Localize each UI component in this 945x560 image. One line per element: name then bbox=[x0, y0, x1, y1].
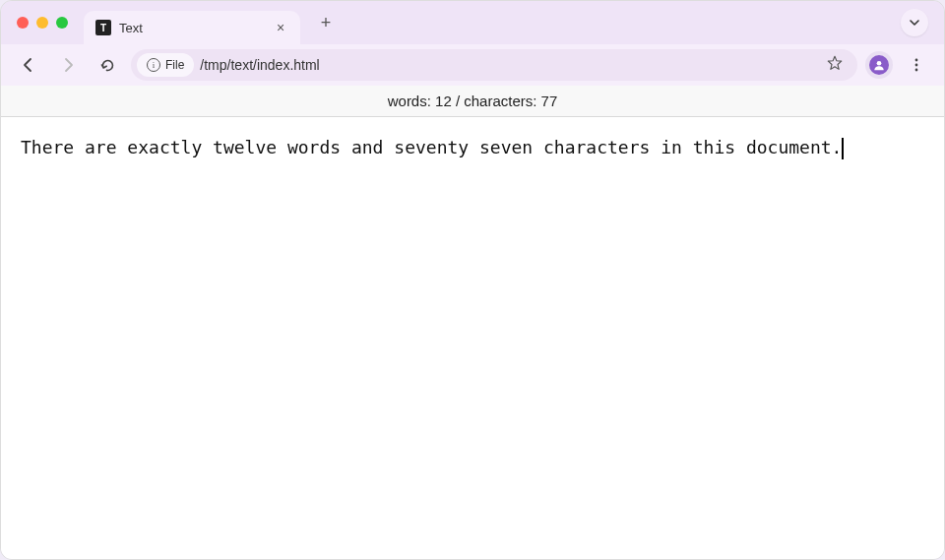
page-content: words: 12 / characters: 77 There are exa… bbox=[1, 86, 944, 559]
browser-menu-button[interactable] bbox=[901, 49, 932, 81]
window-maximize-button[interactable] bbox=[56, 17, 68, 29]
stats-bar: words: 12 / characters: 77 bbox=[1, 86, 944, 117]
chevron-down-icon bbox=[909, 17, 920, 29]
url-scheme-chip[interactable]: i File bbox=[137, 53, 194, 77]
url-scheme-label: File bbox=[165, 58, 184, 72]
text-cursor bbox=[842, 138, 844, 159]
window-close-button[interactable] bbox=[17, 17, 29, 29]
address-bar[interactable]: i File /tmp/text/index.html bbox=[131, 49, 857, 81]
bookmark-button[interactable] bbox=[826, 54, 844, 77]
star-icon bbox=[826, 54, 844, 72]
window-minimize-button[interactable] bbox=[36, 17, 48, 29]
svg-point-2 bbox=[915, 64, 918, 67]
browser-tab[interactable]: T Text × bbox=[84, 11, 300, 44]
profile-button[interactable] bbox=[865, 51, 893, 79]
svg-point-0 bbox=[877, 61, 882, 66]
tab-close-button[interactable]: × bbox=[273, 20, 288, 35]
arrow-left-icon bbox=[20, 56, 37, 74]
profile-avatar-icon bbox=[869, 55, 889, 75]
tab-title: Text bbox=[119, 21, 265, 35]
svg-point-1 bbox=[915, 59, 918, 62]
reload-button[interactable] bbox=[92, 49, 123, 81]
tabs-dropdown-button[interactable] bbox=[901, 9, 928, 36]
reload-icon bbox=[99, 57, 116, 74]
svg-point-3 bbox=[915, 69, 918, 72]
traffic-lights bbox=[17, 17, 68, 29]
browser-toolbar: i File /tmp/text/index.html bbox=[1, 44, 944, 86]
new-tab-button[interactable]: + bbox=[312, 9, 340, 36]
url-path: /tmp/text/index.html bbox=[200, 57, 820, 73]
back-button[interactable] bbox=[13, 49, 44, 81]
tab-favicon-icon: T bbox=[95, 20, 111, 35]
info-icon: i bbox=[147, 58, 160, 72]
stats-text: words: 12 / characters: 77 bbox=[388, 93, 558, 109]
text-editor[interactable]: There are exactly twelve words and seven… bbox=[1, 117, 944, 559]
kebab-menu-icon bbox=[909, 57, 924, 73]
editor-text: There are exactly twelve words and seven… bbox=[21, 137, 842, 157]
arrow-right-icon bbox=[59, 56, 77, 74]
window-titlebar: T Text × + bbox=[1, 1, 944, 44]
forward-button[interactable] bbox=[52, 49, 84, 81]
